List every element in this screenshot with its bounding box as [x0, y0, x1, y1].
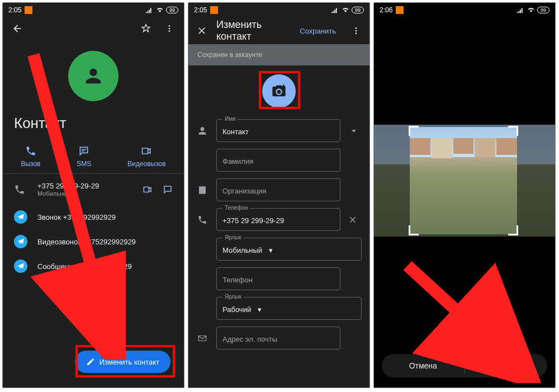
- arrow-left-icon: [12, 23, 23, 34]
- crop-box[interactable]: [410, 127, 517, 234]
- signal-icon: [146, 7, 154, 13]
- phone-icon: [25, 145, 36, 157]
- crop-handle-tl[interactable]: [409, 126, 419, 136]
- photo-content: [410, 138, 517, 160]
- name-field[interactable]: Имя Контакт: [216, 119, 340, 142]
- camera-plus-icon: [271, 83, 287, 99]
- statusbar: 2:05 99: [3, 3, 184, 17]
- contact-name: Контакт: [3, 115, 184, 140]
- back-button[interactable]: [11, 22, 24, 35]
- status-time: 2:05: [8, 6, 21, 14]
- clear-phone-button[interactable]: [348, 215, 362, 224]
- battery-icon: 99: [166, 7, 178, 13]
- telegram-call-label: Звонок +375292992929: [37, 213, 116, 221]
- phone-detail-row[interactable]: +375 29 299-29-29 Мобильный: [3, 174, 184, 205]
- crop-area[interactable]: [374, 125, 555, 237]
- crop-button-bar: Отмена OK: [382, 354, 547, 377]
- phone-icon: [197, 215, 207, 225]
- phone-type: Мобильный: [37, 190, 131, 197]
- chevron-down-icon: [348, 125, 359, 136]
- phone-field[interactable]: Телефон +375 29 299-29-29: [216, 208, 340, 231]
- telegram-call-row[interactable]: Звонок +375292992929: [3, 205, 184, 229]
- more-button[interactable]: [349, 24, 363, 37]
- telegram-video-label: Видеозвонок +375292992929: [37, 238, 136, 246]
- avatar[interactable]: [68, 51, 119, 101]
- sms-action[interactable]: SMS: [77, 145, 91, 168]
- status-time: 2:06: [380, 6, 392, 14]
- surname-field[interactable]: Фамилия: [216, 149, 340, 172]
- telegram-icon: [14, 210, 27, 224]
- crop-handle-bl[interactable]: [409, 225, 419, 235]
- email-field[interactable]: Адрес эл. почты: [216, 327, 340, 350]
- svg-point-1: [169, 28, 170, 30]
- video-icon[interactable]: [143, 185, 153, 195]
- svg-point-0: [169, 25, 170, 27]
- dropdown-arrow-icon: ▾: [269, 246, 273, 254]
- video-icon: [141, 145, 152, 157]
- wifi-icon: [342, 7, 349, 13]
- status-time: 2:05: [194, 6, 207, 14]
- alarm-icon: [25, 6, 32, 14]
- person-icon: [82, 65, 105, 87]
- telegram-video-row[interactable]: Видеозвонок +375292992929: [3, 229, 184, 254]
- battery-icon: 99: [352, 7, 364, 13]
- call-label: Вызов: [21, 160, 40, 168]
- close-button[interactable]: [195, 24, 209, 37]
- ok-button[interactable]: OK: [465, 354, 548, 377]
- avatar-area: [3, 40, 184, 115]
- more-button[interactable]: [163, 22, 176, 35]
- sms-label: SMS: [77, 160, 91, 168]
- signal-icon: [517, 7, 525, 13]
- crop-handle-tr[interactable]: [508, 126, 518, 136]
- screen-title: Изменить контакт: [216, 19, 292, 42]
- saved-in-account-bar: Сохранен в аккаунте: [188, 44, 369, 65]
- alarm-icon: [396, 6, 404, 14]
- svg-point-6: [356, 32, 357, 34]
- screen-photo-crop: 2:06 99 Отмена OK: [373, 2, 556, 388]
- pencil-icon: [86, 357, 95, 366]
- battery-icon: 99: [537, 7, 549, 13]
- statusbar: 2:06 99: [374, 3, 555, 17]
- svg-point-2: [169, 30, 170, 32]
- edit-contact-label: Изменить контакт: [100, 358, 159, 366]
- telegram-msg-row[interactable]: Сообщение +375292992929: [3, 254, 184, 278]
- telegram-msg-label: Сообщение +375292992929: [37, 262, 132, 271]
- message-icon: [78, 145, 89, 157]
- wifi-icon: [156, 7, 164, 13]
- expand-button[interactable]: [348, 125, 362, 136]
- star-icon: [140, 23, 151, 34]
- email-icon: [197, 333, 207, 343]
- org-field[interactable]: Организация: [216, 178, 340, 201]
- add-photo-button[interactable]: [262, 74, 296, 108]
- phone2-tag-dropdown[interactable]: Ярлык Рабочий ▾: [216, 297, 362, 320]
- close-icon: [348, 215, 357, 224]
- edit-contact-button[interactable]: Изменить контакт: [75, 351, 170, 373]
- building-icon: [197, 185, 207, 195]
- phone-number: +375 29 299-29-29: [37, 182, 131, 190]
- video-action[interactable]: Видеовызов: [127, 145, 165, 168]
- statusbar: 2:05 99: [188, 3, 369, 17]
- more-vert-icon: [165, 24, 174, 33]
- crop-handle-br[interactable]: [508, 225, 518, 235]
- dropdown-arrow-icon: ▾: [258, 305, 262, 314]
- call-action[interactable]: Вызов: [21, 145, 40, 168]
- alarm-icon: [210, 6, 218, 14]
- svg-point-4: [356, 27, 357, 29]
- phone-tag-dropdown[interactable]: Ярлык Мобильный ▾: [216, 238, 362, 261]
- message-icon[interactable]: [163, 185, 173, 195]
- telegram-icon: [14, 259, 27, 273]
- video-label: Видеовызов: [127, 160, 165, 168]
- close-icon: [197, 26, 207, 36]
- star-button[interactable]: [139, 22, 153, 35]
- more-vert-icon: [352, 26, 361, 35]
- wifi-icon: [527, 7, 535, 13]
- save-button[interactable]: Сохранить: [300, 27, 336, 35]
- svg-point-5: [356, 30, 357, 32]
- screen-contact-view: 2:05 99 Контакт Вызов: [2, 2, 184, 388]
- phone-icon: [14, 184, 25, 195]
- telegram-icon: [14, 235, 27, 248]
- cancel-button[interactable]: Отмена: [382, 354, 465, 377]
- person-icon: [197, 125, 208, 136]
- phone2-field[interactable]: Телефон: [216, 267, 340, 290]
- signal-icon: [331, 7, 339, 13]
